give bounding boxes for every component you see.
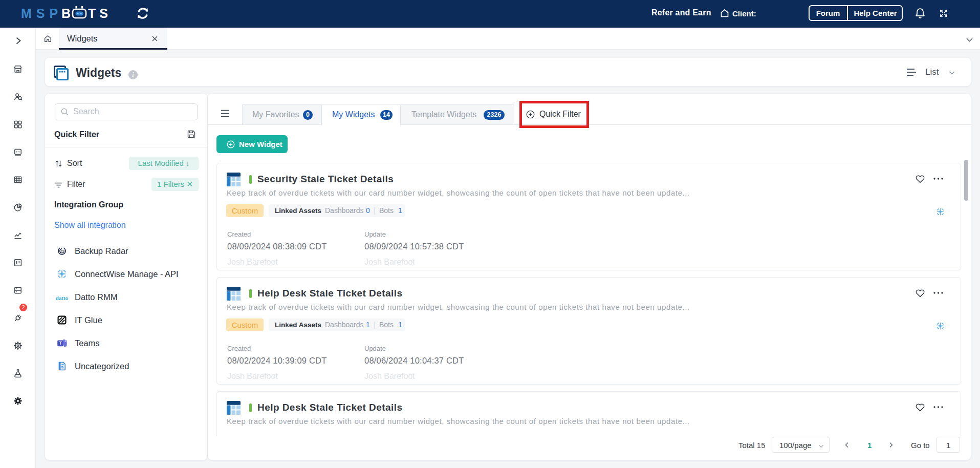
svg-text:MSP: MSP xyxy=(21,6,62,20)
svg-text:B: B xyxy=(61,6,71,20)
svg-text:TS: TS xyxy=(88,6,111,20)
svg-text:T: T xyxy=(59,340,62,346)
